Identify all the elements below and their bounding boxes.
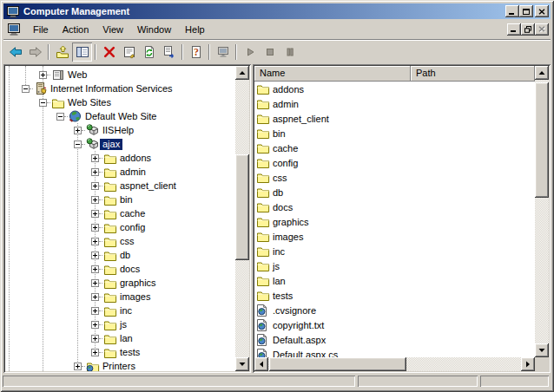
expand-plus-toggle[interactable]	[91, 196, 99, 204]
list-item-db[interactable]: db	[254, 185, 535, 199]
list-item-name[interactable]: js	[270, 261, 280, 271]
tree-item-label[interactable]: Default Web Site	[82, 111, 159, 122]
expand-plus-toggle[interactable]	[91, 321, 99, 329]
tree-item-label[interactable]: Internet Information Services	[48, 83, 175, 95]
list-item-copyright-txt[interactable]: copyright.txt	[254, 317, 535, 332]
mdi-close-button[interactable]	[535, 23, 549, 36]
collapse-minus-toggle[interactable]	[39, 99, 47, 107]
tree-item-config[interactable]: config	[5, 220, 235, 234]
expand-plus-toggle[interactable]	[91, 307, 99, 315]
refresh-button[interactable]	[139, 42, 159, 62]
expand-plus-toggle[interactable]	[91, 238, 99, 245]
tree-item-bin[interactable]: bin	[5, 193, 235, 206]
up-one-level-button[interactable]	[52, 42, 72, 62]
tree-item-default-web-site[interactable]: Default Web Site	[5, 109, 235, 123]
tree-item-lan[interactable]: lan	[5, 331, 235, 345]
tree-item-label[interactable]: tests	[117, 347, 142, 358]
mdi-restore-button[interactable]	[521, 23, 535, 36]
tree-item-label[interactable]: Web Sites	[65, 97, 114, 108]
scroll-right-button[interactable]	[521, 357, 535, 371]
list-item-docs[interactable]: docs	[254, 199, 535, 214]
list-item-images[interactable]: images	[254, 229, 535, 244]
scroll-down-button[interactable]	[535, 343, 549, 357]
scroll-track[interactable]	[535, 80, 549, 343]
list-item-config[interactable]: config	[254, 155, 535, 170]
list-vertical-scrollbar[interactable]	[535, 66, 549, 357]
list-item-name[interactable]: cache	[270, 143, 298, 154]
list-item-tests[interactable]: tests	[254, 288, 535, 303]
menu-help[interactable]: Help	[178, 23, 212, 36]
tree-item-label[interactable]: docs	[117, 264, 142, 275]
show-hide-console-tree-button[interactable]	[72, 42, 92, 62]
tree-item-images[interactable]: images	[5, 290, 235, 304]
list-item-js[interactable]: js	[254, 258, 535, 273]
tree-item-label[interactable]: aspnet_client	[117, 180, 179, 192]
tree-item-label[interactable]: Printers	[100, 361, 138, 372]
list-item-cache[interactable]: cache	[254, 140, 535, 155]
properties-button[interactable]	[119, 42, 139, 62]
list-item-name[interactable]: css	[270, 173, 287, 183]
list-item-name[interactable]: graphics	[270, 217, 309, 227]
list-item-name[interactable]: images	[270, 232, 303, 242]
tree-item-label[interactable]: IISHelp	[100, 125, 136, 136]
expand-plus-toggle[interactable]	[91, 210, 99, 218]
column-header-name[interactable]: Name	[254, 66, 411, 82]
tree-item-css[interactable]: css	[5, 234, 235, 248]
tree-vertical-scrollbar[interactable]	[235, 66, 249, 371]
back-button[interactable]	[5, 42, 25, 62]
tree-item-internet-information-services[interactable]: Internet Information Services	[5, 82, 235, 95]
list-item-cvsignore[interactable]: .cvsignore	[254, 303, 535, 317]
expand-plus-toggle[interactable]	[91, 224, 99, 232]
expand-plus-toggle[interactable]	[91, 349, 99, 356]
list-item-admin[interactable]: admin	[254, 96, 535, 111]
scroll-thumb[interactable]	[535, 82, 549, 198]
expand-plus-toggle[interactable]	[91, 154, 99, 162]
scroll-track[interactable]	[268, 357, 521, 371]
menu-window[interactable]: Window	[130, 23, 178, 36]
collapse-minus-toggle[interactable]	[22, 85, 30, 93]
expand-plus-toggle[interactable]	[39, 71, 47, 79]
tree-item-label[interactable]: css	[117, 236, 137, 247]
list-item-name[interactable]: admin	[270, 99, 299, 109]
scroll-left-button[interactable]	[254, 357, 268, 371]
scroll-thumb[interactable]	[235, 154, 249, 260]
tree-item-tests[interactable]: tests	[5, 345, 235, 359]
list-item-aspnet-client[interactable]: aspnet_client	[254, 111, 535, 126]
list-item-css[interactable]: css	[254, 170, 535, 185]
maximize-button[interactable]	[519, 5, 533, 17]
scroll-up-button[interactable]	[235, 66, 249, 80]
list-item-name[interactable]: lan	[270, 276, 286, 286]
tree-item-label[interactable]: admin	[117, 167, 148, 178]
tree-item-iishelp[interactable]: IISHelp	[5, 123, 235, 137]
tree-item-addons[interactable]: addons	[5, 151, 235, 165]
list-item-graphics[interactable]: graphics	[254, 214, 535, 229]
list-item-name[interactable]: addons	[270, 84, 304, 95]
menu-file[interactable]: File	[26, 23, 56, 36]
tree-item-cache[interactable]: cache	[5, 206, 235, 220]
tree-item-label[interactable]: Web	[65, 69, 89, 81]
list-item-default-aspx[interactable]: Default.aspx	[254, 332, 535, 347]
list-item-name[interactable]: bin	[270, 128, 286, 139]
collapse-minus-toggle[interactable]	[74, 140, 82, 148]
expand-plus-toggle[interactable]	[91, 293, 99, 301]
expand-plus-toggle[interactable]	[91, 265, 99, 273]
close-button[interactable]	[535, 5, 549, 17]
list-item-name[interactable]: config	[270, 158, 298, 168]
tree-item-label[interactable]: db	[117, 250, 133, 261]
expand-plus-toggle[interactable]	[91, 182, 99, 190]
list-horizontal-scrollbar[interactable]	[254, 357, 535, 371]
expand-plus-toggle[interactable]	[91, 252, 99, 259]
tree-item-js[interactable]: js	[5, 317, 235, 331]
expand-plus-toggle[interactable]	[74, 363, 82, 370]
expand-plus-toggle[interactable]	[91, 335, 99, 343]
scroll-track[interactable]	[235, 80, 249, 357]
tree-item-label[interactable]: lan	[117, 333, 135, 344]
tree-item-label[interactable]: js	[117, 319, 129, 330]
tree-item-db[interactable]: db	[5, 248, 235, 262]
tree-item-label[interactable]: images	[117, 291, 153, 303]
list-item-name[interactable]: copyright.txt	[270, 320, 324, 330]
list-item-name[interactable]: inc	[270, 246, 285, 257]
list-item-bin[interactable]: bin	[254, 126, 535, 140]
menu-view[interactable]: View	[96, 23, 130, 36]
tree-item-graphics[interactable]: graphics	[5, 276, 235, 290]
